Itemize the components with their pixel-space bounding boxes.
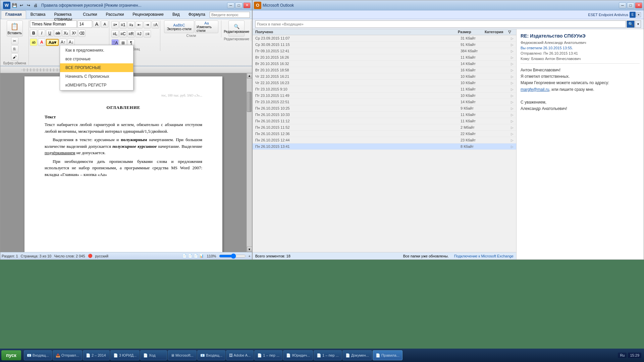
search-button[interactable]: 🔍	[627, 20, 635, 28]
grow-font-button[interactable]: A	[93, 20, 100, 28]
outlook-minimize-button[interactable]: ─	[619, 2, 626, 8]
font-size-dropdown[interactable]	[77, 20, 92, 28]
case-option-lower[interactable]: все строчные	[60, 55, 133, 63]
col-size-header[interactable]: Размер	[458, 30, 485, 34]
tab-view[interactable]: Вид	[168, 10, 184, 19]
taskbar-item-11[interactable]: 📄 Докумен...	[342, 350, 372, 360]
paste-button[interactable]: 📋 Вставить	[7, 20, 23, 37]
align-right-button[interactable]: ≡R	[127, 30, 135, 38]
email-row-13[interactable]: Пн 26.10.2015 11:12 11 Кбайт ▷	[253, 118, 516, 124]
numbering-button[interactable]: ≡1	[119, 21, 127, 28]
email-row-14[interactable]: Пн 26.10.2015 11:52 2 Мбайт ▷	[253, 124, 516, 131]
email-row-17[interactable]: Пн 26.10.2015 13:41 8 Кбайт ▷	[253, 143, 516, 150]
justify-button[interactable]: ≡J	[136, 30, 143, 38]
email-row-2[interactable]: Пт 09.10.2015 12:41 384 Кбайт ▷	[253, 48, 516, 54]
taskbar-item-4[interactable]: 📄 Ход	[140, 350, 167, 360]
scroll-up-button[interactable]: ▲	[247, 73, 252, 78]
email-row-0[interactable]: Ср 23.09.2015 11:07 31 Кбайт ▷	[253, 35, 516, 42]
aa-case-button[interactable]: Aa▾	[46, 39, 59, 46]
taskbar-item-1[interactable]: 📤 Отправл...	[53, 350, 82, 360]
tab-home[interactable]: Главная	[1, 10, 26, 19]
tab-insert[interactable]: Вставка	[26, 10, 50, 19]
taskbar-item-2[interactable]: 📄 2 – 2014	[83, 350, 110, 360]
close-button[interactable]: ✕	[243, 2, 251, 8]
col-category-header[interactable]: Категория	[485, 30, 508, 34]
redo-qat-btn[interactable]: ↪	[25, 2, 32, 8]
taskbar-item-12[interactable]: 📄 Правила...	[373, 350, 402, 360]
decrease-indent-button[interactable]: ⇤	[136, 21, 143, 28]
font-color-button[interactable]: A	[38, 39, 45, 46]
clear-format-button[interactable]: ⌫	[78, 29, 86, 37]
email-row-3[interactable]: Вт 20.10.2015 16:26 11 Кбайт ▷	[253, 54, 516, 61]
scrollbar-thumb[interactable]	[247, 92, 252, 112]
align-center-button[interactable]: ≡C	[119, 30, 127, 38]
italic-button[interactable]: I	[38, 29, 45, 37]
scroll-down-button[interactable]: ▼	[247, 247, 252, 252]
taskbar-item-8[interactable]: 📄 1 – пер ...	[254, 350, 282, 360]
print-qat-btn[interactable]: 🖨	[33, 2, 39, 8]
outlook-close-button[interactable]: ✕	[635, 2, 642, 8]
zoom-slider[interactable]	[219, 253, 246, 259]
underline-button[interactable]: U	[46, 29, 53, 37]
tab-review[interactable]: Рецензирование	[128, 10, 168, 19]
scrollbar-track[interactable]	[247, 78, 252, 247]
case-option-toggle[interactable]: иЗМЕНИТЬ РЕГИСТР	[60, 81, 133, 89]
taskbar-item-3[interactable]: 📄 3 ЮРИД...	[110, 350, 140, 360]
taskbar-item-6[interactable]: 📧 Входящ...	[197, 350, 225, 360]
email-row-8[interactable]: Пт 23.10.2015 9:10 11 Кбайт ▷	[253, 86, 516, 93]
change-styles-button[interactable]: Aa Изменить стили	[195, 20, 218, 33]
express-styles-button[interactable]: AaBbC Экспресс-стили	[164, 20, 194, 33]
taskbar-item-9[interactable]: 📄 IЮридич...	[283, 350, 313, 360]
email-row-16[interactable]: Пн 26.10.2015 12:44 23 Кбайт ▷	[253, 137, 516, 143]
format-painter-button[interactable]: 🖌	[11, 53, 18, 61]
line-spacing-button[interactable]: ↕≡	[144, 30, 151, 38]
tab-mailings[interactable]: Рассылки	[101, 10, 128, 19]
superscript-button[interactable]: X²	[70, 29, 77, 37]
taskbar-lang[interactable]: Ru	[618, 353, 627, 358]
tab-formula[interactable]: Формула	[184, 10, 210, 19]
taskbar-item-7[interactable]: 🖼 Adobe A...	[226, 350, 254, 360]
copy-button[interactable]: ⎘	[11, 45, 18, 53]
sort-button[interactable]: ↕A	[152, 21, 159, 28]
font-name-dropdown[interactable]	[30, 20, 77, 28]
subscript-button[interactable]: X₂	[62, 29, 69, 37]
outlook-search-input[interactable]	[255, 20, 626, 28]
reading-link[interactable]: margfe@mail.ru	[521, 87, 549, 92]
email-row-12[interactable]: Пн 26.10.2015 10:33 11 Кбайт ▷	[253, 112, 516, 118]
zoom-in-button[interactable]: +	[249, 254, 251, 258]
tab-references[interactable]: Ссылки	[78, 10, 101, 19]
highlight-button[interactable]: ab	[30, 39, 37, 46]
strikethrough-button[interactable]: ab	[54, 29, 61, 37]
taskbar-item-5[interactable]: 🖥 Microsoft...	[168, 350, 197, 360]
bold-button[interactable]: B	[30, 29, 37, 37]
multilevel-button[interactable]: ≡₃	[127, 21, 135, 28]
col-received-header[interactable]: Получено	[255, 30, 458, 34]
taskbar-item-10[interactable]: 📄 1 – пер ...	[314, 350, 342, 360]
outlook-maximize-button[interactable]: □	[627, 2, 634, 8]
doc-page[interactable]: тос, 100 тыс. руб. ЗАО «Э»... ОГЛАВЛЕНИЕ…	[24, 76, 222, 252]
minimize-button[interactable]: ─	[227, 2, 234, 8]
shrink-font-button[interactable]: A	[101, 20, 108, 28]
start-button[interactable]: пуск	[1, 350, 21, 360]
help-input[interactable]	[210, 12, 250, 18]
case-option-upper[interactable]: ВСЕ ПРОПИСНЫЕ	[60, 63, 133, 72]
case-option-title[interactable]: Начинать С Прописных	[60, 72, 133, 81]
save-qat-btn[interactable]: 💾	[11, 2, 17, 8]
email-row-4[interactable]: Вт 20.10.2015 16:32 14 Кбайт ▷	[253, 61, 516, 67]
email-row-9[interactable]: Пт 23.10.2015 11:49 10 Кбайт ▷	[253, 93, 516, 99]
email-row-15[interactable]: Пн 26.10.2015 12:36 22 Кбайт ▷	[253, 131, 516, 137]
search-options-button[interactable]: ▾	[635, 20, 641, 28]
email-row-11[interactable]: Пн 26.10.2015 10:25 9 Кбайт ▷	[253, 105, 516, 112]
bullets-button[interactable]: ≡•	[111, 21, 119, 28]
email-row-6[interactable]: Чт 22.10.2015 16:21 10 Кбайт ▷	[253, 73, 516, 80]
email-row-10[interactable]: Пт 23.10.2015 22:51 14 Кбайт ▷	[253, 99, 516, 105]
cut-button[interactable]: ✂	[11, 37, 18, 45]
email-row-7[interactable]: Чт 22.10.2015 16:23 10 Кбайт ▷	[253, 80, 516, 86]
taskbar-item-0[interactable]: 📧 Входящ...	[24, 350, 52, 360]
status-spell-icon[interactable]: 🔴	[88, 254, 93, 258]
case-option-sentence[interactable]: Как в предложениях.	[60, 46, 133, 55]
undo-qat-btn[interactable]: ↩	[18, 2, 24, 8]
editing-button[interactable]: 🔍 Редактирование	[228, 20, 245, 37]
align-left-button[interactable]: ≡L	[111, 30, 119, 38]
email-row-1[interactable]: Ср 30.09.2015 11:15 91 Кбайт ▷	[253, 42, 516, 48]
